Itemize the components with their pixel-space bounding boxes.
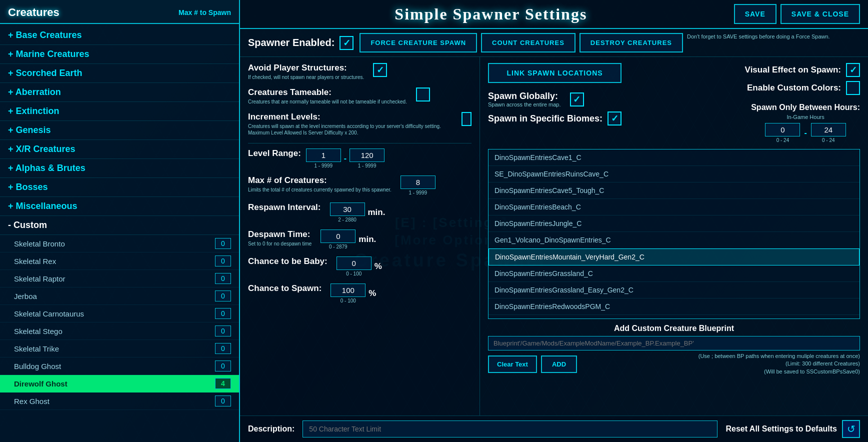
biome-item-cave1[interactable]: DinoSpawnEntriesCave1_C [488, 150, 860, 166]
description-input[interactable] [302, 420, 718, 438]
item-count: 0 [215, 273, 231, 284]
reset-settings-button[interactable]: ↺ [842, 420, 860, 438]
force-spawn-button[interactable]: FORCE CREATURE SPAWN [360, 33, 477, 52]
custom-bp-section: Add Custom Creature Blueprint Clear Text… [488, 324, 860, 376]
biome-list: DinoSpawnEntriesCave1_C SE_DinoSpawnEntr… [488, 149, 860, 319]
spawn-in-biomes-label: Spawn in Specific Biomes: [488, 114, 602, 124]
sidebar-group-misc[interactable]: + Miscellaneous [0, 197, 239, 216]
chance-baby-hint: 0 - 100 [336, 271, 372, 276]
despawn-input[interactable] [320, 230, 356, 243]
sidebar-group-alphas[interactable]: + Alphas & Brutes [0, 159, 239, 178]
sidebar-group-scorched[interactable]: + Scorched Earth [0, 64, 239, 83]
avoid-structures-label: Avoid Player Structures: [248, 63, 364, 73]
list-item[interactable]: Skeletal Bronto 0 [0, 235, 239, 252]
bp-buttons: Clear Text ADD [488, 356, 577, 373]
biome-item-jungle[interactable]: DinoSpawnEntriesJungle_C [488, 216, 860, 232]
custom-bp-title: Add Custom Creature Blueprint [488, 324, 860, 333]
custom-bp-notes: (Use ; between BP paths when entering mu… [698, 352, 860, 376]
sidebar-group-xr[interactable]: + X/R Creatures [0, 140, 239, 159]
item-count: 0 [215, 256, 231, 266]
biome-item-gen1volcano[interactable]: Gen1_Volcano_DinoSpawnEntries_C [488, 232, 860, 248]
sidebar-group-aberration[interactable]: + Aberration [0, 83, 239, 102]
list-item[interactable]: Skeletal Carnotaurus 0 [0, 305, 239, 322]
list-item[interactable]: Skeletal Trike 0 [0, 340, 239, 358]
sidebar-group-custom[interactable]: - Custom [0, 216, 239, 235]
add-button[interactable]: ADD [541, 356, 577, 373]
spawn-hours-max-input[interactable] [811, 123, 846, 136]
max-creatures-row: Max # of Creatures: Limits the total # o… [248, 176, 472, 196]
item-count: 0 [215, 360, 231, 372]
sidebar-group-genesis[interactable]: + Genesis [0, 121, 239, 140]
spawn-in-biomes-checkbox[interactable] [608, 112, 622, 126]
spawn-hours-max-hint: 0 - 24 [811, 138, 846, 143]
chance-spawn-input[interactable] [330, 284, 366, 297]
clear-text-button[interactable]: Clear Text [488, 356, 537, 373]
increment-levels-label: Increment Levels: [248, 112, 452, 122]
increment-levels-row: Increment Levels: Creatures will spawn a… [248, 112, 472, 136]
biome-item-grassland[interactable]: DinoSpawnEntriesGrassland_C [488, 266, 860, 282]
biome-item-shallow[interactable]: DinoSpawnEntries_ShallowWater_C [488, 315, 860, 319]
sidebar-group-bosses[interactable]: + Bosses [0, 178, 239, 197]
sidebar-group-marine[interactable]: + Marine Creatures [0, 45, 239, 64]
count-creatures-button[interactable]: COUNT CREATURES [481, 33, 576, 52]
respawn-input[interactable] [330, 202, 365, 216]
despawn-note: Set to 0 for no despawn time [248, 240, 312, 247]
list-item[interactable]: Jerboa 0 [0, 288, 239, 305]
avoid-structures-note: If checked, will not spawn near players … [248, 74, 364, 80]
spawn-hours-title: Spawn Only Between Hours: [751, 103, 860, 112]
spawn-globally-row: Spawn Globally: Spawn across the entire … [488, 91, 622, 108]
settings-panel: Avoid Player Structures: If checked, wil… [240, 57, 480, 416]
spawn-hours-min-input[interactable] [765, 123, 800, 136]
chance-spawn-label: Chance to Spawn: [248, 284, 322, 294]
increment-levels-checkbox[interactable] [462, 112, 472, 126]
spawner-enabled-checkbox[interactable] [340, 36, 354, 50]
sidebar-header: Creatures Max # to Spawn [0, 0, 239, 24]
max-creatures-input[interactable] [400, 176, 436, 189]
list-item[interactable]: Skeletal Raptor 0 [0, 270, 239, 288]
biome-top: LINK SPAWN LOCATIONS Spawn Globally: Spa… [488, 63, 860, 143]
list-item[interactable]: Rex Ghost 0 [0, 392, 239, 410]
save-button[interactable]: SAVE [734, 4, 776, 24]
biome-item-mountain-gen2[interactable]: DinoSpawnEntriesMountain_VeryHard_Gen2_C [488, 248, 860, 266]
respawn-row: Respawn Interval: 2 - 2880 min. [248, 202, 472, 222]
list-item[interactable]: Bulldog Ghost 0 [0, 358, 239, 375]
spawn-globally-checkbox[interactable] [570, 92, 584, 106]
biome-item-grassland-easy[interactable]: DinoSpawnEntriesGrassland_Easy_Gen2_C [488, 282, 860, 298]
max-creatures-note: Limits the total # of creatures currentl… [248, 186, 392, 193]
spawner-enabled-label: Spawner Enabled: [248, 37, 334, 48]
biome-item-cave5[interactable]: DinoSpawnEntriesCave5_Tough_C [488, 182, 860, 199]
respawn-label: Respawn Interval: [248, 202, 321, 212]
biome-item-beach[interactable]: DinoSpawnEntriesBeach_C [488, 199, 860, 216]
sidebar-group-base[interactable]: + Base Creatures [0, 26, 239, 45]
bottom-bar: Description: Reset All Settings to Defau… [240, 416, 868, 442]
level-range-max-input[interactable] [350, 148, 384, 162]
tameable-checkbox[interactable] [416, 88, 430, 102]
chance-spawn-hint: 0 - 100 [330, 298, 366, 304]
level-range-min-input[interactable] [306, 148, 341, 162]
sidebar-title: Creatures [8, 6, 60, 19]
list-item[interactable]: Skeletal Rex 0 [0, 252, 239, 270]
content-area: Avoid Player Structures: If checked, wil… [240, 57, 868, 416]
sidebar-group-extinction[interactable]: + Extinction [0, 102, 239, 121]
visual-effect-checkbox[interactable] [846, 63, 860, 77]
item-count: 0 [215, 290, 231, 302]
top-bar: Simple Spawner Settings SAVE SAVE & CLOS… [240, 0, 868, 29]
list-item-direwolf-ghost[interactable]: Direwolf Ghost 4 [0, 375, 239, 392]
link-spawn-button[interactable]: LINK SPAWN LOCATIONS [488, 63, 622, 83]
chance-baby-input[interactable] [336, 256, 372, 270]
item-count: 0 [215, 326, 231, 336]
spawn-globally-label: Spawn Globally: [488, 91, 561, 102]
save-close-button[interactable]: SAVE & CLOSE [780, 4, 860, 24]
destroy-creatures-button[interactable]: DESTROY CREATURES [580, 33, 683, 52]
chance-baby-row: Chance to be Baby: 0 - 100 % [248, 256, 472, 276]
avoid-structures-checkbox[interactable] [373, 63, 387, 77]
custom-bp-input[interactable] [488, 336, 860, 350]
biome-item-se-ruins[interactable]: SE_DinoSpawnEntriesRuinsCave_C [488, 166, 860, 182]
list-item[interactable]: Skeletal Stego 0 [0, 322, 239, 340]
item-count: 4 [215, 378, 231, 389]
tameable-note: Creatures that are normally tameable wil… [248, 98, 407, 105]
custom-colors-checkbox[interactable] [846, 81, 860, 95]
chance-spawn-row: Chance to Spawn: 0 - 100 % [248, 284, 472, 304]
biome-item-redwoods[interactable]: DinoSpawnEntriesRedwoodsPGM_C [488, 298, 860, 315]
right-panel: LINK SPAWN LOCATIONS Spawn Globally: Spa… [480, 57, 868, 416]
